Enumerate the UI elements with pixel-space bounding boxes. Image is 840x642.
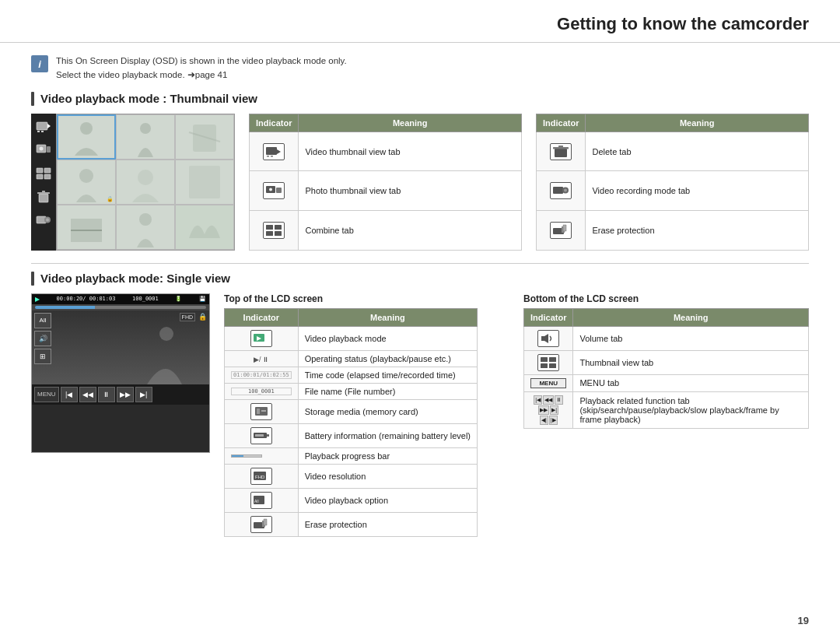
sv-battery: 🔋	[175, 296, 182, 302]
sv-figure	[124, 322, 186, 384]
sv-menu-btn[interactable]: MENU	[34, 387, 59, 402]
sidebar-video-tab[interactable]	[33, 117, 54, 139]
svg-text:FHD: FHD	[255, 475, 265, 479]
svg-point-18	[140, 123, 151, 134]
sv-all-label: All	[34, 313, 51, 328]
svg-point-31	[269, 188, 272, 191]
single-view-tables: Top of the LCD screen Indicator Meaning	[224, 293, 809, 537]
svg-rect-26	[266, 147, 277, 155]
meaning-volume: Volume tab	[573, 326, 809, 350]
svg-rect-52	[255, 434, 264, 437]
svg-point-16	[46, 218, 49, 221]
svg-rect-10	[44, 174, 51, 179]
svg-rect-48	[257, 409, 260, 414]
svg-rect-6	[47, 146, 51, 153]
sidebar-delete-tab[interactable]	[33, 187, 54, 209]
icon-cell-filename: 100_0001	[225, 383, 299, 399]
svg-rect-38	[553, 147, 569, 149]
thumb-cell-5[interactable]	[116, 160, 175, 205]
table-row: ▶/ ⏸ Operating status (playback/pause et…	[225, 350, 478, 367]
sidebar-video-rec-tab[interactable]	[33, 210, 54, 232]
sv-next-btn[interactable]: ▶|	[135, 387, 152, 402]
bottom-lcd-section: Bottom of the LCD screen Indicator Meani…	[523, 293, 809, 537]
thumb-cell-4[interactable]: 🔒	[57, 160, 116, 205]
meaning-menu-tab: MENU tab	[573, 374, 809, 391]
svg-rect-3	[41, 131, 44, 132]
table-row: 100_0001 File name (File number)	[225, 383, 478, 399]
thumbnail-section: 🔒	[31, 114, 809, 251]
sv-ff-btn[interactable]: ▶▶	[117, 387, 134, 402]
video-rec-icon	[550, 182, 572, 199]
thumb-cell-6[interactable]	[175, 160, 234, 205]
photo-thumb-icon	[263, 182, 285, 199]
sv-vol-icon[interactable]: 🔊	[34, 331, 51, 346]
top-lcd-section: Top of the LCD screen Indicator Meaning	[224, 293, 509, 537]
note-text: This On Screen Display (OSD) is shown in…	[56, 54, 347, 82]
icon-cell-video-pb-mode	[225, 326, 299, 350]
svg-text:All: All	[254, 499, 259, 503]
thumb-sidebar	[31, 114, 56, 251]
menu-tab-icon: MENU	[530, 378, 566, 388]
thumb-cell-3[interactable]	[175, 114, 234, 160]
sv-thumb-icon[interactable]: ⊞	[34, 349, 51, 364]
meaning-op-status: Operating status (playback/pause etc.)	[298, 350, 477, 367]
icon-cell-progress	[225, 447, 299, 464]
table-row: All Video playback option	[225, 488, 478, 512]
page-number: 19	[798, 615, 809, 626]
battery-icon	[250, 427, 272, 444]
sv-video-area: All 🔊 ⊞ 🔒 FHD	[32, 310, 209, 384]
note-icon: i	[31, 55, 48, 72]
table-row: Erase protection	[225, 512, 478, 536]
thumb-cell-7[interactable]	[57, 205, 116, 250]
table-row: Delete tab	[537, 132, 809, 171]
delete-icon	[550, 143, 572, 160]
svg-point-44	[159, 327, 173, 341]
sv-prev-btn[interactable]: |◀	[61, 387, 78, 402]
meaning-delete: Delete tab	[586, 132, 809, 171]
svg-marker-1	[47, 124, 51, 128]
svg-point-22	[138, 170, 153, 185]
op-status-icon: ▶/ ⏸	[254, 356, 269, 363]
bottom-lcd-header-indicator: Indicator	[524, 308, 573, 326]
sv-rew-btn[interactable]: ◀◀	[79, 387, 96, 402]
svg-rect-0	[37, 122, 47, 130]
svg-rect-49	[261, 410, 266, 412]
thumb-cell-2[interactable]	[116, 114, 175, 160]
section1-tables: Indicator Meaning Video thumbnail view t…	[249, 114, 809, 251]
meaning-storage: Storage media (memory card)	[298, 399, 477, 423]
svg-rect-7	[37, 168, 43, 173]
sv-left-icons: All 🔊 ⊞	[34, 313, 51, 364]
note-box: i This On Screen Display (OSD) is shown …	[31, 54, 809, 82]
meaning-battery: Battery information (remaining battery l…	[298, 423, 477, 447]
svg-point-17	[80, 122, 93, 135]
thumb-cell-1[interactable]	[57, 114, 116, 160]
svg-rect-35	[266, 231, 273, 236]
thumb-cell-8[interactable]	[116, 205, 175, 250]
thumb-cell-9[interactable]	[175, 205, 234, 250]
meaning-timecode: Time code (elapsed time/recorded time)	[298, 367, 477, 383]
table-row: Photo thumbnail view tab	[250, 171, 522, 211]
table-row: FHD Video resolution	[225, 464, 478, 488]
table-row: |◀ ◀◀ ⏸ ▶▶ ▶| ◀|	[524, 391, 809, 428]
svg-marker-27	[277, 149, 281, 154]
sv-pause-btn[interactable]: ⏸	[98, 387, 115, 402]
sidebar-photo-tab[interactable]	[33, 140, 54, 162]
video-thumb-icon	[263, 143, 285, 160]
table-row: Erase protection	[537, 211, 809, 251]
svg-rect-62	[549, 363, 556, 368]
meaning-thumb-view: Thumbnail view tab	[573, 350, 809, 374]
video-pb-mode-icon	[250, 330, 272, 347]
icon-cell-storage	[225, 399, 299, 423]
svg-rect-13	[42, 191, 45, 192]
meaning-filename: File name (File number)	[298, 383, 477, 399]
icon-cell-photo-thumb	[250, 171, 299, 211]
sv-resolution: FHD	[180, 313, 195, 321]
svg-rect-8	[44, 168, 51, 173]
icon-cell-video-res: FHD	[225, 464, 299, 488]
single-section: ▶ 00:00:20/ 00:01:03 100_0001 🔋 💾 All 🔊	[31, 293, 809, 537]
meaning-photo-thumb: Photo thumbnail view tab	[299, 171, 522, 211]
svg-rect-37	[555, 149, 567, 157]
meaning-erase2: Erase protection	[298, 512, 477, 536]
svg-rect-32	[276, 188, 282, 193]
sidebar-combine-tab[interactable]	[33, 163, 54, 185]
